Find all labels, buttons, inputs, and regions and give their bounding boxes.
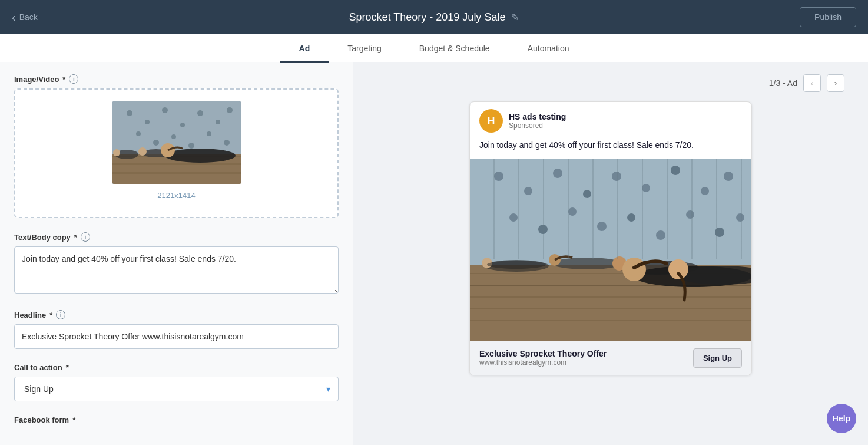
image-dimensions: 2121x1414	[157, 191, 195, 200]
headline-info-icon[interactable]: i	[56, 310, 65, 319]
body-info-icon[interactable]: i	[81, 232, 90, 242]
help-button[interactable]: Help	[827, 404, 856, 433]
cta-select[interactable]: Sign Up Learn More Shop Now Book Now Con…	[14, 377, 339, 401]
svg-point-40	[686, 210, 694, 219]
fb-account-info: HS ads testing Sponsored	[509, 112, 566, 130]
facebook-form-section: Facebook form *	[14, 416, 339, 424]
svg-point-27	[553, 169, 562, 178]
svg-rect-16	[112, 163, 241, 165]
tabbar: Ad Targeting Budget & Schedule Automatio…	[0, 34, 868, 62]
image-upload-box[interactable]: 2121x1414	[14, 88, 339, 218]
fb-ad-footer: Exclusive Sprocket Theory Offer www.this…	[470, 341, 751, 375]
fb-ad-card: H HS ads testing Sponsored Join today an…	[469, 101, 752, 375]
svg-point-34	[509, 213, 518, 222]
headline-input[interactable]	[14, 324, 339, 349]
svg-point-42	[736, 213, 744, 222]
svg-point-10	[171, 134, 176, 139]
tab-ad[interactable]: Ad	[280, 35, 329, 63]
svg-point-8	[136, 131, 141, 136]
svg-point-6	[216, 120, 220, 124]
page-title: Sprocket Theory - 2019 July Sale	[349, 11, 506, 24]
fb-form-required-star: *	[72, 416, 75, 424]
body-copy-section: Text/Body copy * i Join today and get 40…	[14, 232, 339, 296]
headline-required-star: *	[49, 311, 52, 319]
fb-ad-footer-text: Exclusive Sprocket Theory Offer www.this…	[479, 349, 693, 367]
svg-point-31	[671, 166, 680, 175]
publish-button[interactable]: Publish	[800, 7, 856, 27]
fb-ad-image	[470, 159, 751, 341]
svg-point-19	[113, 149, 120, 156]
svg-point-9	[153, 140, 159, 146]
fb-form-label: Facebook form *	[14, 416, 339, 424]
fb-ad-url: www.thisisnotarealgym.com	[479, 358, 693, 367]
svg-point-25	[494, 172, 503, 181]
fb-ad-header: H HS ads testing Sponsored	[470, 102, 751, 140]
svg-point-4	[180, 123, 185, 127]
svg-point-33	[724, 172, 733, 181]
body-textarea[interactable]: Join today and get 40% off your first cl…	[14, 246, 339, 294]
fb-ad-headline: Exclusive Sprocket Theory Offer	[479, 349, 693, 358]
svg-rect-0	[112, 101, 241, 154]
svg-rect-24	[470, 159, 751, 265]
cta-select-wrapper: Sign Up Learn More Shop Now Book Now Con…	[14, 377, 339, 401]
svg-point-12	[207, 131, 211, 136]
tab-budget[interactable]: Budget & Schedule	[400, 35, 509, 63]
svg-point-3	[162, 107, 168, 113]
image-video-label: Image/Video * i	[14, 74, 339, 84]
preview-nav-label: 1/3 - Ad	[769, 78, 797, 88]
fb-sponsored-label: Sponsored	[509, 121, 566, 130]
fb-ad-body-text: Join today and get 40% off your first cl…	[470, 140, 751, 159]
svg-point-5	[197, 110, 203, 116]
headline-section: Headline * i	[14, 310, 339, 349]
svg-point-21	[138, 147, 147, 156]
headline-label: Headline * i	[14, 310, 339, 319]
svg-point-38	[627, 213, 635, 222]
topbar: ‹ Back Sprocket Theory - 2019 July Sale …	[0, 0, 868, 34]
fb-avatar: H	[479, 109, 503, 133]
edit-title-icon[interactable]: ✎	[511, 12, 519, 23]
fb-account-name: HS ads testing	[509, 112, 566, 121]
svg-point-57	[622, 258, 646, 281]
cta-section: Call to action * Sign Up Learn More Shop…	[14, 363, 339, 401]
fb-ad-image-scene	[470, 159, 751, 341]
svg-point-28	[583, 190, 591, 198]
svg-point-37	[597, 222, 607, 231]
workout-image-thumbnail	[112, 101, 241, 184]
svg-point-26	[524, 187, 532, 195]
svg-point-13	[224, 140, 230, 146]
svg-point-1	[127, 110, 132, 116]
back-label: Back	[19, 12, 38, 22]
svg-point-59	[668, 259, 688, 279]
cta-required-star: *	[66, 363, 69, 372]
svg-point-32	[701, 187, 709, 195]
cta-label: Call to action *	[14, 363, 339, 372]
svg-point-52	[552, 258, 622, 269]
svg-point-22	[165, 149, 236, 163]
fb-ad-cta-button[interactable]: Sign Up	[693, 348, 742, 368]
back-chevron-icon: ‹	[12, 11, 16, 24]
svg-point-41	[715, 228, 724, 237]
preview-prev-button[interactable]: ‹	[803, 74, 821, 92]
svg-point-7	[227, 107, 233, 113]
page-title-container: Sprocket Theory - 2019 July Sale ✎	[349, 11, 519, 24]
image-preview	[112, 101, 241, 184]
main-content: Image/Video * i	[0, 62, 868, 445]
tab-automation[interactable]: Automation	[509, 35, 588, 63]
preview-next-button[interactable]: ›	[827, 74, 844, 92]
svg-point-39	[656, 230, 665, 240]
preview-nav: 1/3 - Ad ‹ ›	[769, 74, 844, 92]
body-required-star: *	[74, 233, 77, 242]
svg-point-30	[642, 184, 650, 192]
image-info-icon[interactable]: i	[69, 74, 78, 84]
back-button[interactable]: ‹ Back	[12, 11, 38, 24]
svg-point-11	[188, 143, 194, 149]
svg-point-35	[538, 225, 548, 234]
tab-targeting[interactable]: Targeting	[329, 35, 400, 63]
right-panel: 1/3 - Ad ‹ › H HS ads testing Sponsored …	[353, 62, 868, 445]
left-panel: Image/Video * i	[0, 62, 353, 445]
svg-point-36	[568, 207, 577, 216]
svg-point-2	[145, 120, 150, 124]
body-copy-label: Text/Body copy * i	[14, 232, 339, 242]
svg-rect-17	[112, 172, 241, 174]
image-required-star: *	[62, 75, 65, 84]
